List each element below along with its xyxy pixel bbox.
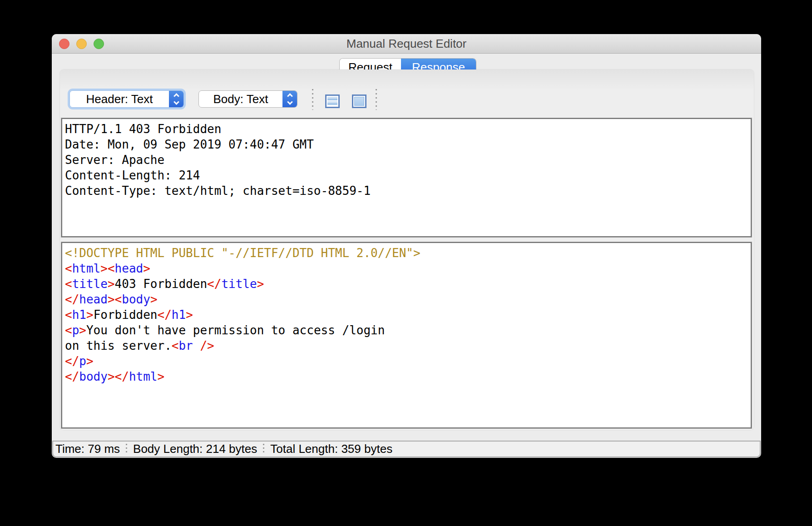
header-line: Server: Apache — [65, 152, 748, 168]
body-line: <h1>Forbidden</h1> — [65, 307, 748, 323]
toolbar-separator — [376, 89, 377, 110]
body-view-dropdown[interactable]: Body: Text — [198, 90, 297, 108]
minimize-button[interactable] — [76, 39, 87, 49]
header-line: Date: Mon, 09 Sep 2019 07:40:47 GMT — [65, 137, 748, 152]
manual-request-editor-window: Manual Request Editor RequestResponse He… — [52, 34, 761, 458]
header-view-dropdown[interactable]: Header: Text — [69, 90, 184, 108]
split-view-icon — [327, 97, 337, 100]
header-view-dropdown-label: Header: Text — [70, 91, 169, 107]
zoom-button[interactable] — [94, 39, 104, 49]
body-line: <p>You don't have permission to access /… — [65, 323, 748, 338]
dropdown-stepper-icon — [169, 91, 183, 107]
body-view-dropdown-label: Body: Text — [199, 91, 282, 107]
response-body-textarea[interactable]: <!DOCTYPE HTML PUBLIC "-//IETF//DTD HTML… — [61, 242, 752, 428]
body-line: on this server.<br /> — [65, 338, 748, 353]
chevron-up-icon — [287, 93, 293, 99]
toolbar-separator — [312, 89, 313, 110]
status-item: Time: 79 ms — [53, 442, 126, 456]
status-item: Body Length: 214 bytes — [127, 442, 263, 456]
body-line: </head><body> — [65, 292, 748, 307]
chevron-down-icon — [173, 99, 179, 105]
dropdown-stepper-icon — [282, 91, 297, 107]
chevron-up-icon — [173, 93, 179, 99]
close-button[interactable] — [59, 39, 69, 49]
status-item: Total Length: 359 bytes — [264, 442, 398, 456]
header-line: Content-Type: text/html; charset=iso-885… — [65, 183, 748, 198]
status-bar: Time: 79 msBody Length: 214 bytesTotal L… — [52, 441, 761, 457]
window-title: Manual Request Editor — [52, 34, 761, 54]
body-line: <!DOCTYPE HTML PUBLIC "-//IETF//DTD HTML… — [65, 245, 748, 261]
body-line: </p> — [65, 353, 748, 369]
response-headers-textarea[interactable]: HTTP/1.1 403 ForbiddenDate: Mon, 09 Sep … — [61, 118, 752, 237]
combined-view-icon — [354, 97, 364, 106]
response-panel: Header: Text Body: Text HTTP/1.1 403 For… — [60, 69, 754, 430]
split-view-button[interactable] — [325, 94, 340, 108]
chevron-down-icon — [287, 99, 293, 105]
split-view-icon — [327, 101, 337, 105]
body-line: </body></html> — [65, 369, 748, 384]
header-line: Content-Length: 214 — [65, 168, 748, 183]
body-line: <html><head> — [65, 261, 748, 276]
title-bar: Manual Request Editor — [52, 34, 761, 54]
body-line: <title>403 Forbidden</title> — [65, 276, 748, 292]
combined-view-button[interactable] — [352, 94, 366, 108]
header-line: HTTP/1.1 403 Forbidden — [65, 121, 748, 137]
